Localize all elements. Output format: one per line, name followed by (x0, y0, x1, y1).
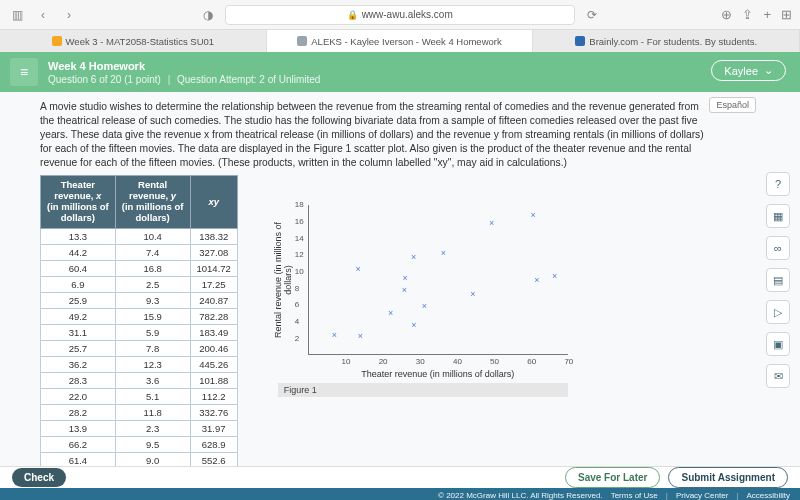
y-tick: 10 (295, 267, 304, 276)
help-icon[interactable]: ? (766, 172, 790, 196)
user-menu[interactable]: Kaylee ⌄ (711, 60, 786, 81)
table-cell: 36.2 (41, 357, 116, 373)
favicon-icon (52, 36, 62, 46)
table-cell: 7.8 (115, 341, 190, 357)
table-cell: 60.4 (41, 261, 116, 277)
play-icon[interactable]: ▷ (766, 300, 790, 324)
table-cell: 5.1 (115, 389, 190, 405)
table-cell: 5.9 (115, 325, 190, 341)
table-cell: 61.4 (41, 453, 116, 466)
footer-link[interactable]: Privacy Center (676, 491, 728, 500)
user-name: Kaylee (724, 65, 758, 77)
table-cell: 44.2 (41, 245, 116, 261)
tool-rail: ? ▦ ∞ ▤ ▷ ▣ ✉ (766, 172, 790, 388)
problem-text: A movie studio wishes to determine the r… (40, 100, 710, 169)
table-row: 13.92.331.97 (41, 421, 238, 437)
tab-2[interactable]: Brainly.com - For students. By students. (533, 30, 800, 52)
table-row: 44.27.4327.08 (41, 245, 238, 261)
footer-link[interactable]: Accessibility (746, 491, 790, 500)
clipboard-icon[interactable]: ▤ (766, 268, 790, 292)
homework-title: Week 4 Homework (48, 60, 320, 72)
chevron-down-icon: ⌄ (764, 64, 773, 77)
new-tab-icon[interactable]: + (763, 7, 771, 22)
table-cell: 28.3 (41, 373, 116, 389)
table-cell: 183.49 (190, 325, 237, 341)
table-row: 66.29.5628.9 (41, 437, 238, 453)
y-tick: 18 (295, 200, 304, 209)
shield-icon[interactable]: ◑ (199, 8, 217, 22)
forward-icon[interactable]: › (60, 8, 78, 22)
favicon-icon (297, 36, 307, 46)
table-cell: 200.46 (190, 341, 237, 357)
table-cell: 28.2 (41, 405, 116, 421)
submit-button[interactable]: Submit Assignment (668, 467, 788, 488)
table-cell: 31.97 (190, 421, 237, 437)
table-cell: 49.2 (41, 309, 116, 325)
tab-label: ALEKS - Kaylee Iverson - Week 4 Homework (311, 36, 501, 47)
table-cell: 552.6 (190, 453, 237, 466)
x-tick: 20 (379, 357, 388, 366)
table-cell: 25.7 (41, 341, 116, 357)
table-cell: 2.5 (115, 277, 190, 293)
calculator-icon[interactable]: ▦ (766, 204, 790, 228)
table-cell: 9.3 (115, 293, 190, 309)
favicon-icon (575, 36, 585, 46)
table-row: 28.211.8332.76 (41, 405, 238, 421)
table-cell: 22.0 (41, 389, 116, 405)
tab-0[interactable]: Week 3 - MAT2058-Statistics SU01 (0, 30, 267, 52)
table-cell: 101.88 (190, 373, 237, 389)
data-point: × (470, 289, 475, 299)
infinity-icon[interactable]: ∞ (766, 236, 790, 260)
table-cell: 25.9 (41, 293, 116, 309)
data-point: × (388, 308, 393, 318)
table-row: 36.212.3445.26 (41, 357, 238, 373)
data-point: × (534, 275, 539, 285)
save-later-button[interactable]: Save For Later (565, 467, 660, 488)
y-tick: 12 (295, 250, 304, 259)
data-point: × (489, 218, 494, 228)
menu-icon[interactable]: ≡ (10, 58, 38, 86)
url-bar[interactable]: 🔒 www-awu.aleks.com (225, 5, 575, 25)
table-cell: 445.26 (190, 357, 237, 373)
y-tick: 4 (295, 317, 299, 326)
tabs-icon[interactable]: ⊞ (781, 7, 792, 22)
refresh-icon[interactable]: ⟳ (583, 8, 601, 22)
x-tick: 50 (490, 357, 499, 366)
copyright: © 2022 McGraw Hill LLC. All Rights Reser… (438, 491, 603, 500)
col-header-y: Rentalrevenue, y(in millions ofdollars) (115, 176, 190, 229)
x-tick: 60 (527, 357, 536, 366)
data-point: × (402, 285, 407, 295)
download-icon[interactable]: ⊕ (721, 7, 732, 22)
col-header-x: Theaterrevenue, x(in millions ofdollars) (41, 176, 116, 229)
footer-link[interactable]: Terms of Use (611, 491, 658, 500)
table-cell: 138.32 (190, 229, 237, 245)
table-cell: 2.3 (115, 421, 190, 437)
table-row: 22.05.1112.2 (41, 389, 238, 405)
footer: © 2022 McGraw Hill LLC. All Rights Reser… (0, 488, 800, 500)
table-row: 49.215.9782.28 (41, 309, 238, 325)
data-point: × (552, 271, 557, 281)
data-point: × (358, 331, 363, 341)
check-button[interactable]: Check (12, 468, 66, 487)
mail-icon[interactable]: ✉ (766, 364, 790, 388)
table-cell: 1014.72 (190, 261, 237, 277)
table-cell: 3.6 (115, 373, 190, 389)
content-area: Español A movie studio wishes to determi… (0, 92, 800, 466)
table-cell: 9.5 (115, 437, 190, 453)
back-icon[interactable]: ‹ (34, 8, 52, 22)
table-cell: 66.2 (41, 437, 116, 453)
scatter-plot: Rental revenue (in millions of dollars) … (278, 205, 578, 466)
tab-1[interactable]: ALEKS - Kaylee Iverson - Week 4 Homework (267, 30, 534, 52)
table-cell: 11.8 (115, 405, 190, 421)
sidebar-toggle-icon[interactable]: ▥ (8, 8, 26, 22)
y-tick: 16 (295, 217, 304, 226)
grid-icon[interactable]: ▣ (766, 332, 790, 356)
language-toggle[interactable]: Español (709, 97, 756, 113)
tab-label: Brainly.com - For students. By students. (589, 36, 757, 47)
table-row: 6.92.517.25 (41, 277, 238, 293)
lock-icon: 🔒 (347, 10, 358, 20)
table-row: 28.33.6101.88 (41, 373, 238, 389)
table-cell: 112.2 (190, 389, 237, 405)
tab-label: Week 3 - MAT2058-Statistics SU01 (66, 36, 215, 47)
share-icon[interactable]: ⇪ (742, 7, 753, 22)
